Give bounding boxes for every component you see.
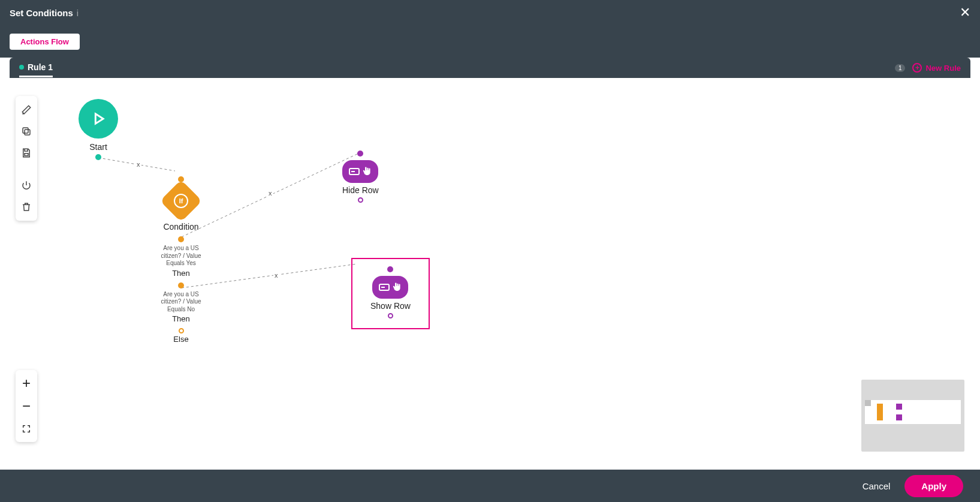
svg-rect-2 bbox=[23, 128, 28, 133]
edge-delete[interactable]: x bbox=[273, 272, 279, 279]
branch2-desc: Are you a US citizen? / Value Equals No bbox=[156, 291, 206, 314]
minimap-node-icon bbox=[896, 404, 902, 410]
form-icon bbox=[349, 168, 360, 175]
plus-circle-icon: + bbox=[912, 63, 922, 73]
close-icon[interactable]: ✕ bbox=[960, 6, 970, 19]
tab-label: Rule 1 bbox=[28, 62, 53, 72]
branch1-then: Then bbox=[172, 269, 190, 278]
hand-icon bbox=[361, 166, 372, 177]
minimap-view-rect bbox=[865, 400, 871, 406]
cancel-button[interactable]: Cancel bbox=[863, 481, 891, 491]
output-port[interactable] bbox=[388, 313, 393, 318]
canvas-toolbar bbox=[16, 96, 37, 221]
zoom-toolbar: + − bbox=[16, 370, 37, 442]
new-rule-button[interactable]: + New Rule bbox=[912, 63, 961, 73]
hand-icon bbox=[391, 282, 402, 293]
start-node[interactable]: Start bbox=[79, 99, 118, 160]
title-text: Set Conditions bbox=[10, 8, 73, 18]
set-conditions-modal: Set Conditions i ✕ Actions Flow Rule 1 1… bbox=[0, 0, 980, 502]
power-button[interactable] bbox=[21, 180, 32, 191]
play-icon bbox=[79, 99, 118, 139]
branch1-port[interactable] bbox=[178, 236, 184, 242]
actions-flow-bar: Actions Flow bbox=[0, 25, 980, 58]
delete-button[interactable] bbox=[21, 202, 32, 212]
new-rule-label: New Rule bbox=[925, 64, 961, 73]
hide-row-label: Hide Row bbox=[342, 185, 379, 195]
minimap-condition-icon bbox=[877, 404, 883, 420]
branch2-port[interactable] bbox=[178, 282, 184, 288]
modal-header: Set Conditions i ✕ bbox=[0, 0, 980, 25]
edge-delete[interactable]: x bbox=[267, 190, 273, 197]
action-icon bbox=[342, 160, 378, 183]
zoom-in-button[interactable]: + bbox=[22, 376, 31, 390]
tab-rule-1[interactable]: Rule 1 bbox=[19, 59, 53, 77]
minimap-node-icon bbox=[896, 414, 902, 420]
branch1-desc: Are you a US citizen? / Value Equals Yes bbox=[156, 245, 206, 267]
show-row-label: Show Row bbox=[370, 301, 411, 311]
show-row-node[interactable]: Show Row bbox=[351, 258, 430, 329]
if-badge: If bbox=[174, 194, 188, 208]
edge-delete[interactable]: x bbox=[135, 161, 141, 168]
title-hint-icon[interactable]: i bbox=[77, 8, 79, 18]
svg-marker-0 bbox=[95, 114, 103, 124]
hide-row-node[interactable]: Hide Row bbox=[342, 148, 379, 203]
svg-rect-3 bbox=[25, 154, 28, 156]
input-port[interactable] bbox=[387, 266, 393, 272]
else-port[interactable] bbox=[179, 328, 184, 333]
rule-active-dot-icon bbox=[19, 65, 24, 70]
edges-layer bbox=[10, 78, 970, 460]
fullscreen-button[interactable] bbox=[22, 422, 31, 436]
modal-footer: Cancel Apply bbox=[0, 470, 980, 502]
rule-canvas[interactable]: x x x Start If Condition Are you a US ci… bbox=[10, 78, 970, 460]
svg-rect-1 bbox=[25, 130, 30, 135]
rules-tab-bar: Rule 1 1 + New Rule bbox=[10, 58, 970, 78]
if-diamond-icon: If bbox=[160, 180, 203, 223]
start-label: Start bbox=[89, 142, 107, 152]
else-label: Else bbox=[173, 335, 188, 344]
save-button[interactable] bbox=[21, 148, 32, 158]
copy-button[interactable] bbox=[21, 126, 32, 137]
minimap[interactable] bbox=[861, 380, 964, 452]
input-port[interactable] bbox=[357, 151, 363, 157]
edit-button[interactable] bbox=[21, 104, 32, 115]
zoom-out-button[interactable]: − bbox=[22, 399, 31, 413]
actions-flow-chip[interactable]: Actions Flow bbox=[10, 34, 80, 50]
apply-button[interactable]: Apply bbox=[904, 475, 963, 497]
condition-label: Condition bbox=[163, 222, 198, 232]
action-icon bbox=[372, 276, 408, 299]
modal-title: Set Conditions i bbox=[10, 8, 79, 18]
branch2-then: Then bbox=[172, 314, 190, 323]
rule-count-badge: 1 bbox=[895, 64, 906, 72]
minimap-viewport bbox=[865, 400, 961, 424]
form-icon bbox=[379, 284, 390, 291]
condition-node[interactable]: If Condition Are you a US citizen? / Val… bbox=[156, 174, 206, 344]
output-port[interactable] bbox=[358, 197, 363, 203]
output-port[interactable] bbox=[95, 154, 101, 160]
